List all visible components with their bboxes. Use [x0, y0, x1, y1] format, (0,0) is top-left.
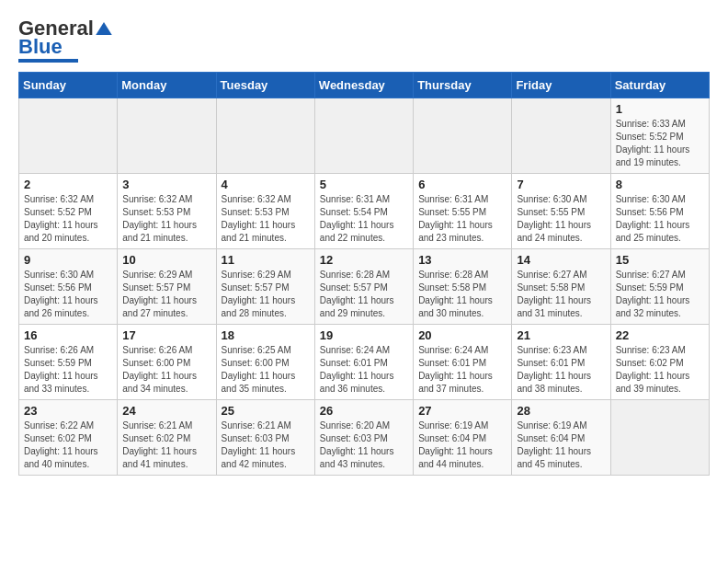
day-number: 19 — [320, 328, 408, 342]
day-number: 21 — [517, 328, 605, 342]
day-info: Sunrise: 6:25 AM Sunset: 6:00 PM Dayligh… — [222, 344, 310, 396]
calendar-cell: 9Sunrise: 6:30 AM Sunset: 5:56 PM Daylig… — [19, 249, 118, 325]
calendar-cell: 4Sunrise: 6:32 AM Sunset: 5:53 PM Daylig… — [216, 174, 314, 249]
day-info: Sunrise: 6:32 AM Sunset: 5:53 PM Dayligh… — [222, 193, 310, 245]
day-number: 6 — [418, 178, 506, 191]
day-info: Sunrise: 6:23 AM Sunset: 6:02 PM Dayligh… — [616, 344, 704, 396]
day-number: 11 — [222, 253, 310, 267]
weekday-header: Friday — [512, 73, 610, 98]
calendar-header-row: SundayMondayTuesdayWednesdayThursdayFrid… — [19, 73, 710, 98]
calendar-week-row: 9Sunrise: 6:30 AM Sunset: 5:56 PM Daylig… — [19, 249, 710, 325]
day-number: 25 — [222, 404, 310, 418]
calendar-week-row: 16Sunrise: 6:26 AM Sunset: 5:59 PM Dayli… — [19, 325, 710, 400]
day-info: Sunrise: 6:31 AM Sunset: 5:55 PM Dayligh… — [418, 193, 506, 245]
day-info: Sunrise: 6:29 AM Sunset: 5:57 PM Dayligh… — [122, 269, 210, 320]
calendar-cell — [314, 98, 413, 174]
day-number: 1 — [616, 102, 704, 116]
day-number: 20 — [418, 328, 506, 342]
logo-underline — [18, 59, 78, 63]
day-number: 12 — [320, 253, 408, 267]
day-info: Sunrise: 6:30 AM Sunset: 5:56 PM Dayligh… — [616, 193, 704, 245]
calendar-week-row: 23Sunrise: 6:22 AM Sunset: 6:02 PM Dayli… — [19, 400, 710, 476]
calendar-cell: 3Sunrise: 6:32 AM Sunset: 5:53 PM Daylig… — [118, 174, 216, 249]
day-info: Sunrise: 6:27 AM Sunset: 5:58 PM Dayligh… — [517, 269, 605, 320]
weekday-header: Wednesday — [314, 73, 413, 98]
svg-marker-0 — [96, 22, 112, 35]
calendar-cell: 28Sunrise: 6:19 AM Sunset: 6:04 PM Dayli… — [512, 400, 610, 476]
day-number: 28 — [517, 404, 605, 418]
day-info: Sunrise: 6:24 AM Sunset: 6:01 PM Dayligh… — [320, 344, 408, 396]
day-info: Sunrise: 6:27 AM Sunset: 5:59 PM Dayligh… — [616, 269, 704, 320]
day-number: 9 — [24, 253, 112, 267]
day-info: Sunrise: 6:30 AM Sunset: 5:56 PM Dayligh… — [24, 269, 112, 320]
day-info: Sunrise: 6:31 AM Sunset: 5:54 PM Dayligh… — [320, 193, 408, 245]
day-number: 8 — [616, 178, 704, 191]
day-number: 13 — [418, 253, 506, 267]
calendar-cell: 25Sunrise: 6:21 AM Sunset: 6:03 PM Dayli… — [216, 400, 314, 476]
day-info: Sunrise: 6:20 AM Sunset: 6:03 PM Dayligh… — [320, 419, 408, 471]
calendar-cell: 13Sunrise: 6:28 AM Sunset: 5:58 PM Dayli… — [414, 249, 512, 325]
calendar-cell: 10Sunrise: 6:29 AM Sunset: 5:57 PM Dayli… — [118, 249, 216, 325]
calendar-table: SundayMondayTuesdayWednesdayThursdayFrid… — [18, 72, 710, 476]
calendar-cell: 2Sunrise: 6:32 AM Sunset: 5:52 PM Daylig… — [19, 174, 118, 249]
day-number: 27 — [418, 404, 506, 418]
weekday-header: Saturday — [610, 73, 709, 98]
logo-icon — [96, 22, 112, 35]
day-info: Sunrise: 6:32 AM Sunset: 5:52 PM Dayligh… — [24, 193, 112, 245]
calendar-cell — [414, 98, 512, 174]
calendar-cell — [512, 98, 610, 174]
day-info: Sunrise: 6:22 AM Sunset: 6:02 PM Dayligh… — [24, 419, 112, 471]
calendar-cell: 21Sunrise: 6:23 AM Sunset: 6:01 PM Dayli… — [512, 325, 610, 400]
day-info: Sunrise: 6:29 AM Sunset: 5:57 PM Dayligh… — [222, 269, 310, 320]
day-info: Sunrise: 6:23 AM Sunset: 6:01 PM Dayligh… — [517, 344, 605, 396]
calendar-cell — [118, 98, 216, 174]
day-number: 14 — [517, 253, 605, 267]
day-number: 22 — [616, 328, 704, 342]
day-info: Sunrise: 6:21 AM Sunset: 6:03 PM Dayligh… — [222, 419, 310, 471]
calendar-cell: 16Sunrise: 6:26 AM Sunset: 5:59 PM Dayli… — [19, 325, 118, 400]
calendar-cell: 18Sunrise: 6:25 AM Sunset: 6:00 PM Dayli… — [216, 325, 314, 400]
calendar-cell: 15Sunrise: 6:27 AM Sunset: 5:59 PM Dayli… — [610, 249, 709, 325]
day-info: Sunrise: 6:33 AM Sunset: 5:52 PM Dayligh… — [616, 118, 704, 169]
calendar-cell: 27Sunrise: 6:19 AM Sunset: 6:04 PM Dayli… — [414, 400, 512, 476]
calendar-cell: 22Sunrise: 6:23 AM Sunset: 6:02 PM Dayli… — [610, 325, 709, 400]
calendar-week-row: 2Sunrise: 6:32 AM Sunset: 5:52 PM Daylig… — [19, 174, 710, 249]
logo-blue-text: Blue — [18, 37, 63, 57]
calendar-cell: 26Sunrise: 6:20 AM Sunset: 6:03 PM Dayli… — [314, 400, 413, 476]
calendar-week-row: 1Sunrise: 6:33 AM Sunset: 5:52 PM Daylig… — [19, 98, 710, 174]
day-number: 17 — [122, 328, 210, 342]
day-number: 24 — [122, 404, 210, 418]
day-number: 15 — [616, 253, 704, 267]
day-info: Sunrise: 6:30 AM Sunset: 5:55 PM Dayligh… — [517, 193, 605, 245]
day-number: 2 — [24, 178, 112, 191]
calendar-cell: 1Sunrise: 6:33 AM Sunset: 5:52 PM Daylig… — [610, 98, 709, 174]
logo: General Blue — [18, 18, 112, 63]
day-number: 10 — [122, 253, 210, 267]
day-info: Sunrise: 6:32 AM Sunset: 5:53 PM Dayligh… — [122, 193, 210, 245]
day-number: 26 — [320, 404, 408, 418]
calendar-cell: 19Sunrise: 6:24 AM Sunset: 6:01 PM Dayli… — [314, 325, 413, 400]
day-info: Sunrise: 6:28 AM Sunset: 5:57 PM Dayligh… — [320, 269, 408, 320]
weekday-header: Thursday — [414, 73, 512, 98]
day-number: 23 — [24, 404, 112, 418]
calendar-cell — [216, 98, 314, 174]
day-info: Sunrise: 6:19 AM Sunset: 6:04 PM Dayligh… — [418, 419, 506, 471]
day-info: Sunrise: 6:19 AM Sunset: 6:04 PM Dayligh… — [517, 419, 605, 471]
day-info: Sunrise: 6:24 AM Sunset: 6:01 PM Dayligh… — [418, 344, 506, 396]
page-header: General Blue — [18, 18, 710, 63]
calendar-cell: 23Sunrise: 6:22 AM Sunset: 6:02 PM Dayli… — [19, 400, 118, 476]
day-number: 5 — [320, 178, 408, 191]
calendar-cell: 24Sunrise: 6:21 AM Sunset: 6:02 PM Dayli… — [118, 400, 216, 476]
day-info: Sunrise: 6:21 AM Sunset: 6:02 PM Dayligh… — [122, 419, 210, 471]
weekday-header: Tuesday — [216, 73, 314, 98]
calendar-cell: 6Sunrise: 6:31 AM Sunset: 5:55 PM Daylig… — [414, 174, 512, 249]
calendar-cell — [610, 400, 709, 476]
weekday-header: Monday — [118, 73, 216, 98]
calendar-cell: 11Sunrise: 6:29 AM Sunset: 5:57 PM Dayli… — [216, 249, 314, 325]
calendar-cell: 20Sunrise: 6:24 AM Sunset: 6:01 PM Dayli… — [414, 325, 512, 400]
weekday-header: Sunday — [19, 73, 118, 98]
calendar-cell: 5Sunrise: 6:31 AM Sunset: 5:54 PM Daylig… — [314, 174, 413, 249]
day-number: 4 — [222, 178, 310, 191]
day-info: Sunrise: 6:26 AM Sunset: 5:59 PM Dayligh… — [24, 344, 112, 396]
day-number: 7 — [517, 178, 605, 191]
